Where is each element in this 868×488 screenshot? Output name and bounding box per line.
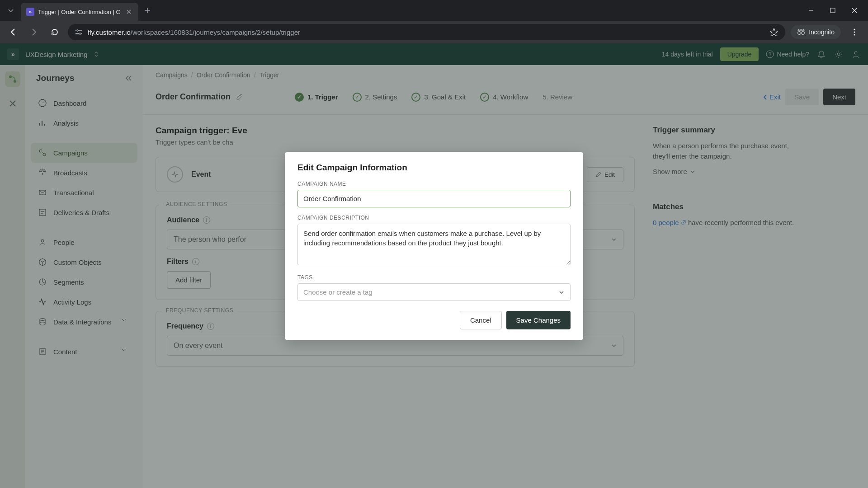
maximize-icon[interactable] bbox=[823, 3, 843, 18]
description-label: CAMPAIGN DESCRIPTION bbox=[297, 215, 571, 221]
favicon-icon: » bbox=[26, 8, 34, 16]
campaign-name-input[interactable] bbox=[297, 190, 571, 207]
browser-tab[interactable]: » Trigger | Order Confirmation | C bbox=[21, 3, 138, 21]
svg-point-8 bbox=[854, 31, 855, 33]
browser-tab-bar: » Trigger | Order Confirmation | C bbox=[0, 0, 868, 21]
site-settings-icon[interactable] bbox=[75, 28, 82, 36]
incognito-icon bbox=[797, 28, 805, 36]
edit-campaign-modal: Edit Campaign Information CAMPAIGN NAME … bbox=[285, 152, 583, 340]
new-tab-button[interactable] bbox=[140, 3, 155, 18]
svg-point-7 bbox=[854, 28, 855, 30]
url-text: fly.customer.io/workspaces/160831/journe… bbox=[88, 28, 764, 36]
tab-search-icon[interactable] bbox=[4, 3, 18, 18]
window-close-icon[interactable] bbox=[844, 3, 864, 18]
svg-point-9 bbox=[854, 34, 855, 35]
minimize-icon[interactable] bbox=[801, 3, 821, 18]
save-changes-button[interactable]: Save Changes bbox=[506, 311, 571, 329]
tab-title: Trigger | Order Confirmation | C bbox=[38, 9, 121, 15]
modal-overlay[interactable]: Edit Campaign Information CAMPAIGN NAME … bbox=[0, 43, 868, 488]
name-label: CAMPAIGN NAME bbox=[297, 181, 571, 187]
cancel-button[interactable]: Cancel bbox=[460, 311, 502, 329]
close-icon[interactable] bbox=[125, 8, 133, 16]
incognito-badge[interactable]: Incognito bbox=[791, 25, 841, 39]
reload-icon[interactable] bbox=[47, 24, 62, 40]
address-bar[interactable]: fly.customer.io/workspaces/160831/journe… bbox=[68, 24, 785, 40]
svg-point-6 bbox=[802, 32, 805, 35]
svg-point-5 bbox=[798, 32, 801, 35]
tags-label: TAGS bbox=[297, 274, 571, 281]
campaign-description-input[interactable] bbox=[297, 224, 571, 265]
svg-rect-0 bbox=[830, 8, 835, 13]
modal-title: Edit Campaign Information bbox=[297, 163, 571, 173]
browser-menu-icon[interactable] bbox=[846, 28, 863, 36]
forward-icon[interactable] bbox=[26, 24, 42, 40]
svg-point-3 bbox=[76, 30, 78, 32]
url-bar: fly.customer.io/workspaces/160831/journe… bbox=[0, 21, 868, 43]
tags-select[interactable]: Choose or create a tag bbox=[297, 283, 571, 301]
bookmark-icon[interactable] bbox=[770, 28, 778, 36]
svg-point-4 bbox=[79, 33, 81, 35]
back-icon[interactable] bbox=[5, 24, 21, 40]
chevron-down-icon bbox=[558, 289, 565, 296]
